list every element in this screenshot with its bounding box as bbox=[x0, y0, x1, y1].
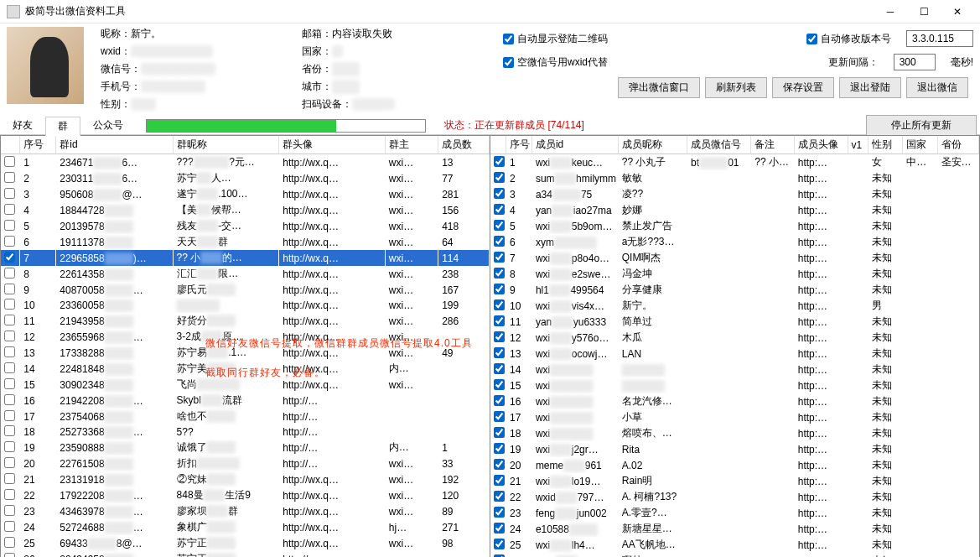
row-checkbox[interactable] bbox=[494, 411, 505, 422]
row-checkbox[interactable] bbox=[4, 489, 15, 500]
table-row[interactable]: 1223655968████…3-2成███原…http://wx.q…wxi… bbox=[1, 329, 490, 345]
table-row[interactable]: 8wxi███e2swe…冯金坤http:…未知 bbox=[490, 266, 979, 282]
row-checkbox[interactable] bbox=[494, 315, 505, 326]
row-checkbox[interactable] bbox=[494, 299, 505, 310]
table-row[interactable]: 18wxi██████熔喷布、…http:…未知 bbox=[490, 425, 979, 441]
row-checkbox[interactable] bbox=[494, 347, 505, 358]
table-row[interactable]: 1723754068████啥也不████http://… bbox=[1, 409, 490, 424]
table-row[interactable]: 11yan███yu6333简单过http:…未知 bbox=[490, 314, 979, 330]
row-checkbox[interactable] bbox=[4, 346, 15, 357]
row-checkbox[interactable] bbox=[494, 427, 505, 438]
row-checkbox[interactable] bbox=[494, 443, 505, 454]
empty-wxid-checkbox[interactable]: 空微信号用wxid代替 bbox=[503, 55, 608, 70]
row-checkbox[interactable] bbox=[4, 378, 15, 389]
col-header[interactable]: 成员数 bbox=[438, 136, 490, 154]
table-row[interactable]: 2343463978████…廖家坝███群http://wx.q…wxi…89 bbox=[1, 503, 490, 519]
row-checkbox[interactable] bbox=[4, 299, 15, 310]
table-row[interactable]: 940870058████…廖氏元████http://wx.q…wxi…167 bbox=[1, 282, 490, 298]
row-checkbox[interactable] bbox=[494, 204, 505, 215]
table-row[interactable]: 15wxi████████████http:…未知 bbox=[490, 377, 979, 393]
members-table-pane[interactable]: 序号成员id成员昵称成员微信号备注成员头像v1性别国家省份 1wxi███keu… bbox=[490, 135, 980, 557]
table-row[interactable]: 3950608████@…遂宁███.100…http://wx.q…wxi…2… bbox=[1, 186, 490, 202]
row-checkbox[interactable] bbox=[494, 188, 505, 199]
col-header[interactable]: 省份 bbox=[937, 136, 978, 154]
row-checkbox[interactable] bbox=[494, 172, 505, 183]
col-header[interactable]: 群主 bbox=[385, 136, 438, 154]
table-row[interactable]: 2569433████8@…苏宁正████http://wx.q…wxi…98 bbox=[1, 535, 490, 551]
table-row[interactable]: 722965858████)…?? 小███的…http://wx.q…wxi…… bbox=[1, 250, 490, 266]
row-checkbox[interactable] bbox=[4, 204, 15, 215]
auto-version-checkbox[interactable]: 自动修改版本号 bbox=[806, 32, 891, 46]
row-checkbox[interactable] bbox=[4, 521, 15, 532]
table-row[interactable]: 1wxi███keuc…?? 小丸子bt████01?? 小…http:…女中…… bbox=[490, 154, 979, 171]
table-row[interactable]: 25wxi███lh4…AA飞帆地…http:…未知 bbox=[490, 537, 979, 553]
table-row[interactable]: 24e10588████新塘星星…http:…未知 bbox=[490, 521, 979, 537]
table-row[interactable]: 5wxi███5b9om…禁止发广告http:…未知 bbox=[490, 218, 979, 234]
table-row[interactable]: 17wxi██████小草http:…未知 bbox=[490, 409, 979, 425]
interval-input[interactable]: 300 bbox=[894, 54, 936, 70]
table-row[interactable]: 21wxi███lo19…Rain明http:…未知 bbox=[490, 473, 979, 489]
table-row[interactable]: 1023360058██████████http://wx.q…wxi…199 bbox=[1, 298, 490, 313]
tab-friends[interactable]: 好友 bbox=[0, 116, 45, 135]
col-header[interactable]: 群昵称 bbox=[173, 136, 279, 154]
groups-table-pane[interactable]: 序号群id群昵称群头像群主成员数 1234671████6…???█████?元… bbox=[0, 135, 490, 557]
row-checkbox[interactable] bbox=[494, 236, 505, 247]
row-checkbox[interactable] bbox=[494, 554, 505, 558]
col-header[interactable]: 国家 bbox=[903, 136, 937, 154]
row-checkbox[interactable] bbox=[494, 459, 505, 470]
row-checkbox[interactable] bbox=[4, 252, 15, 263]
col-header[interactable]: 成员id bbox=[531, 136, 618, 154]
maximize-button[interactable]: ☐ bbox=[908, 3, 940, 21]
table-row[interactable]: 20meme███961A.02http:…未知 bbox=[490, 457, 979, 473]
col-header[interactable]: 群头像 bbox=[279, 136, 386, 154]
table-row[interactable]: 14wxi████████████http:…未知 bbox=[490, 362, 979, 377]
table-row[interactable]: 418844728████【美██候帮…http://wx.q…wxi…156 bbox=[1, 202, 490, 218]
table-row[interactable]: 13wxi███ocowj…LANhttp:…未知 bbox=[490, 346, 979, 362]
table-row[interactable]: 6xym██████a无影??3…http:…未知 bbox=[490, 234, 979, 250]
row-checkbox[interactable] bbox=[4, 315, 15, 325]
table-row[interactable]: 7wxi███p8o4o…QIM啊杰http:…未知 bbox=[490, 250, 979, 266]
row-checkbox[interactable] bbox=[4, 156, 15, 167]
table-row[interactable]: 520139578████残友███-交…http://wx.q…wxi…418 bbox=[1, 218, 490, 234]
col-header[interactable]: 性别 bbox=[869, 136, 903, 154]
row-checkbox[interactable] bbox=[494, 523, 505, 534]
col-header[interactable]: 成员微信号 bbox=[687, 136, 751, 154]
table-row[interactable]: 10wxi███vis4x…新宁。http:…男 bbox=[490, 298, 979, 314]
table-row[interactable]: 1621942208████…Skybl███流群http://… bbox=[1, 393, 490, 409]
table-row[interactable]: 2230311████6…苏宁██人…http://wx.q…wxi…77 bbox=[1, 170, 490, 186]
minimize-button[interactable]: ─ bbox=[874, 3, 906, 21]
table-row[interactable]: 12wxi███y576o…木瓜http:…未知 bbox=[490, 330, 979, 346]
row-checkbox[interactable] bbox=[4, 505, 15, 516]
row-checkbox[interactable] bbox=[494, 268, 505, 278]
row-checkbox[interactable] bbox=[4, 172, 15, 183]
table-row[interactable]: 1121943958████好货分████http://wx.q…wxi…286 bbox=[1, 313, 490, 329]
row-checkbox[interactable] bbox=[494, 156, 505, 167]
row-checkbox[interactable] bbox=[494, 491, 505, 502]
row-checkbox[interactable] bbox=[4, 410, 15, 421]
row-checkbox[interactable] bbox=[4, 537, 15, 548]
col-header[interactable]: 备注 bbox=[751, 136, 794, 154]
row-checkbox[interactable] bbox=[4, 473, 15, 484]
table-row[interactable]: 26wxid███c…啊林http:…未知 bbox=[490, 553, 979, 557]
table-row[interactable]: 1923590888████诚饿了████http://…内…1 bbox=[1, 440, 490, 455]
tab-groups[interactable]: 群 bbox=[45, 117, 80, 136]
table-row[interactable]: 23feng███jun002A.零壹?…http:…未知 bbox=[490, 505, 979, 521]
popup-wechat-button[interactable]: 弹出微信窗口 bbox=[618, 77, 700, 98]
row-checkbox[interactable] bbox=[4, 441, 15, 452]
table-row[interactable]: 2622434958████…苏宁正████http://… bbox=[1, 551, 490, 557]
row-checkbox[interactable] bbox=[4, 394, 15, 405]
row-checkbox[interactable] bbox=[4, 220, 15, 231]
col-header[interactable]: 成员头像 bbox=[794, 136, 848, 154]
close-button[interactable]: ✕ bbox=[941, 3, 973, 21]
col-header[interactable]: 成员昵称 bbox=[618, 136, 687, 154]
table-row[interactable]: 16wxi██████名龙汽修…http:…未知 bbox=[490, 393, 979, 409]
row-checkbox[interactable] bbox=[4, 284, 15, 294]
version-input[interactable]: 3.3.0.115 bbox=[906, 30, 973, 47]
table-row[interactable]: 1422481848████苏宁美████http://wx.q…内… bbox=[1, 361, 490, 377]
logout-button[interactable]: 退出登陆 bbox=[839, 77, 901, 98]
row-checkbox[interactable] bbox=[494, 363, 505, 374]
row-checkbox[interactable] bbox=[494, 475, 505, 486]
row-checkbox[interactable] bbox=[4, 553, 15, 558]
table-row[interactable]: 9hl1███499564分享健康http:…未知 bbox=[490, 282, 979, 298]
row-checkbox[interactable] bbox=[4, 188, 15, 199]
